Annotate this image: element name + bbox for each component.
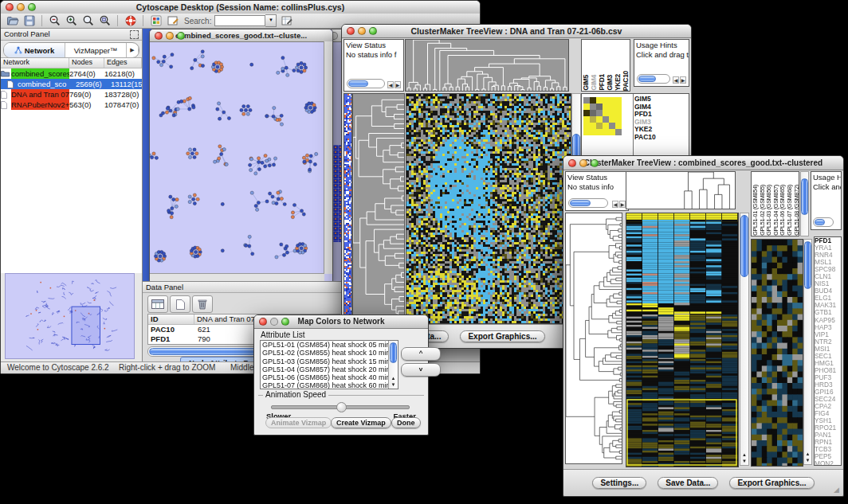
gene-label[interactable]: PAN1 bbox=[815, 432, 841, 439]
scroll-down-icon[interactable]: ▼ bbox=[804, 457, 811, 463]
window-titlebar[interactable]: ClusterMaker TreeView : combined_scores_… bbox=[563, 156, 843, 170]
scroll-down-icon[interactable]: ▼ bbox=[740, 458, 748, 464]
gene-label[interactable]: SEC1 bbox=[815, 353, 841, 360]
tv2-zoom[interactable] bbox=[751, 239, 803, 467]
gene-label[interactable]: CPA2 bbox=[815, 403, 841, 410]
tv1-heat[interactable] bbox=[406, 93, 571, 324]
vertical-scrollbar[interactable] bbox=[800, 171, 809, 236]
gene-label[interactable]: HRD3 bbox=[815, 381, 841, 389]
search-dropdown-icon[interactable]: ▼ bbox=[265, 14, 277, 27]
zoom-button[interactable] bbox=[177, 32, 185, 40]
export-graphics-button[interactable]: Export Graphics... bbox=[729, 477, 814, 489]
zoom-button[interactable] bbox=[369, 27, 377, 35]
gene-label[interactable]: PEP5 bbox=[815, 453, 841, 460]
table-row-selected[interactable]: combined_sco 2569(6) 13112(15) bbox=[1, 79, 142, 89]
zoom-scrollbar[interactable] bbox=[568, 198, 608, 208]
gene-label[interactable]: GTB1 bbox=[815, 309, 841, 316]
export-graphics-button[interactable]: Export Graphics... bbox=[460, 330, 544, 342]
gene-label[interactable]: SEC24 bbox=[815, 396, 841, 403]
table-row[interactable]: combined_scores_ 2764(0) 16218(0) bbox=[1, 68, 142, 79]
col-edges[interactable]: Edges bbox=[104, 58, 142, 68]
close-button[interactable] bbox=[155, 32, 163, 40]
window-titlebar[interactable]: Map Colors to Network bbox=[254, 315, 428, 329]
attribute-list-item[interactable]: GPL51-02 (GSM855) heat shock 10 min bbox=[261, 349, 398, 357]
vertical-scrollbar[interactable]: ▲ ▼ bbox=[803, 239, 812, 465]
zoom-selected-icon[interactable] bbox=[98, 14, 112, 27]
speed-slider[interactable] bbox=[271, 405, 410, 409]
gene-label[interactable]: GIM5 bbox=[634, 96, 689, 104]
tv1-mini[interactable] bbox=[583, 97, 622, 135]
tv2-top-dendro[interactable] bbox=[626, 171, 736, 209]
gene-label[interactable]: MAK31 bbox=[815, 302, 841, 309]
scroll-right-icon[interactable]: ▶ bbox=[619, 201, 626, 208]
scrollbar-thumb[interactable] bbox=[570, 200, 591, 206]
float-panel-icon[interactable] bbox=[130, 30, 139, 39]
slider-thumb[interactable] bbox=[336, 402, 347, 412]
gene-label[interactable]: ELG1 bbox=[815, 295, 841, 302]
zoom-fit-icon[interactable] bbox=[81, 14, 95, 27]
zoom-out-icon[interactable] bbox=[48, 14, 61, 27]
close-button[interactable] bbox=[259, 318, 267, 326]
column-label[interactable]: GPL51-08 (GSM872) bbox=[793, 185, 799, 236]
column-label[interactable]: GPL51-03 (GSM856) bbox=[765, 185, 772, 236]
minimize-button[interactable] bbox=[358, 27, 366, 35]
gene-label[interactable]: PFD1 bbox=[634, 111, 689, 119]
scrollbar-thumb[interactable] bbox=[740, 215, 748, 277]
gene-label[interactable]: RPN1 bbox=[815, 439, 841, 446]
gene-label[interactable]: GPI16 bbox=[815, 389, 841, 396]
attribute-browser-icon[interactable] bbox=[280, 14, 293, 27]
open-file-icon[interactable] bbox=[6, 14, 19, 27]
gene-label[interactable]: PUF3 bbox=[815, 374, 841, 381]
gene-label[interactable]: MSI1 bbox=[815, 346, 841, 353]
attribute-table-icon[interactable] bbox=[147, 295, 168, 313]
create-vizmap-button[interactable]: Create Vizmap bbox=[331, 417, 391, 428]
gene-label[interactable]: NTR2 bbox=[815, 338, 841, 346]
col-network[interactable]: Network bbox=[1, 58, 69, 68]
column-label[interactable]: GIM5 bbox=[582, 75, 590, 91]
network-canvas[interactable] bbox=[150, 41, 332, 282]
vertical-scrollbar[interactable]: ▲ ▼ bbox=[388, 341, 398, 389]
scroll-up-icon[interactable]: ▲ bbox=[804, 451, 811, 457]
done-button[interactable]: Done bbox=[391, 417, 421, 428]
gene-label[interactable]: MSL1 bbox=[815, 259, 841, 266]
gene-label[interactable]: PHO81 bbox=[815, 367, 841, 374]
window-titlebar[interactable]: Cytoscape Desktop (Session Name: collins… bbox=[1, 1, 480, 14]
zoom-button[interactable] bbox=[281, 318, 289, 326]
column-label[interactable]: PAC10 bbox=[622, 71, 630, 91]
attribute-list-item[interactable]: GPL51-06 (GSM865) heat shock 40 min bbox=[261, 373, 398, 381]
column-label[interactable]: GIM4 bbox=[590, 75, 598, 91]
col-nodes[interactable]: Nodes bbox=[69, 58, 104, 68]
gene-label[interactable]: KAP95 bbox=[815, 317, 841, 324]
column-label[interactable]: GIM3 bbox=[606, 75, 614, 91]
gene-label[interactable]: HMG1 bbox=[815, 360, 841, 367]
attribute-list-item[interactable]: GPL51-07 (GSM868) heat shock 60 min bbox=[261, 381, 398, 389]
scrollbar-thumb[interactable] bbox=[815, 219, 825, 225]
help-lifesaver-icon[interactable] bbox=[124, 14, 137, 27]
birdseye-navigator[interactable] bbox=[5, 273, 135, 359]
gene-label[interactable]: VIP1 bbox=[815, 331, 841, 338]
scroll-down-icon[interactable]: ▼ bbox=[389, 381, 398, 388]
zoom-button[interactable] bbox=[28, 3, 36, 11]
scroll-up-icon[interactable]: ▲ bbox=[740, 451, 748, 458]
scroll-up-icon[interactable]: ▲ bbox=[389, 375, 398, 381]
gene-label[interactable]: BUD4 bbox=[815, 287, 841, 295]
tv2-row-dendro[interactable] bbox=[565, 213, 622, 464]
tab-vizmapper[interactable]: VizMapper™ bbox=[65, 43, 127, 57]
tv1-strip[interactable] bbox=[344, 93, 352, 324]
gene-label[interactable]: GIM4 bbox=[634, 104, 689, 111]
tv2-heat[interactable] bbox=[626, 213, 739, 467]
move-down-button[interactable]: v bbox=[401, 363, 441, 377]
close-button[interactable] bbox=[6, 3, 14, 11]
save-data-button[interactable]: Save Data... bbox=[658, 477, 718, 489]
gene-label[interactable]: PFD1 bbox=[815, 237, 841, 244]
window-titlebar[interactable]: ClusterMaker TreeView : DNA and Tran 07-… bbox=[342, 25, 691, 38]
scroll-left-icon[interactable]: ◀ bbox=[387, 81, 394, 88]
minimize-button[interactable] bbox=[579, 159, 587, 167]
gene-label[interactable]: GIM3 bbox=[634, 119, 689, 127]
gene-label[interactable]: YRA1 bbox=[815, 244, 841, 252]
minimize-button[interactable] bbox=[17, 3, 25, 11]
gene-label[interactable]: CLN1 bbox=[815, 273, 841, 280]
close-button[interactable] bbox=[347, 27, 355, 35]
gene-label[interactable]: RPO21 bbox=[815, 424, 841, 432]
attribute-list-item[interactable]: GPL51-04 (GSM857) heat shock 20 min bbox=[261, 365, 398, 373]
